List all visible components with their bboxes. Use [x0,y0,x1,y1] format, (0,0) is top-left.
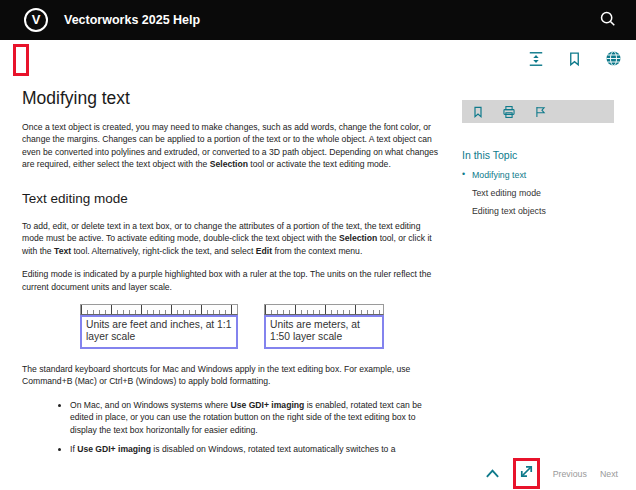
app-title: Vectorworks 2025 Help [64,13,200,27]
annotation-highlight-menu [13,44,29,76]
list-item: On Mac, and on Windows systems where Use… [70,399,442,436]
active-topic-bullet: • [462,169,465,179]
in-this-topic-list: • Modifying text Text editing mode Editi… [462,170,614,216]
topic-link-label: Modifying text [472,170,526,180]
annotation-highlight-expand [513,458,540,489]
search-icon [599,15,616,30]
globe-icon [605,55,622,70]
figure-meters: Units are meters, at 1:50 layer scale [264,304,384,349]
topic-sidebar: In this Topic • Modifying text Text edit… [462,100,614,224]
topic-link-label: Editing text objects [472,206,546,216]
topic-link-editing-text-objects[interactable]: Editing text objects [462,206,614,216]
app-header: V Vectorworks 2025 Help [0,0,636,40]
list-item: If Use GDI+ imaging is disabled on Windo… [70,443,442,455]
intro-paragraph: Once a text object is created, you may n… [22,121,442,171]
search-button[interactable] [595,6,620,34]
page-title: Modifying text [22,88,442,109]
figures-row: Units are feet and inches, at 1:1 layer … [80,304,442,349]
article-content: Modifying text Once a text object is cre… [22,88,442,462]
print-button[interactable] [502,105,516,119]
section-paragraph-3: The standard keyboard shortcuts for Mac … [22,363,442,388]
print-icon [502,107,516,122]
topic-toolbar [528,50,622,67]
scroll-top-button[interactable] [485,468,500,479]
expand-all-button[interactable] [528,51,544,67]
bookmark-topic-button[interactable] [567,51,582,67]
ruler-graphic [264,304,384,315]
bullet-list: On Mac, and on Windows systems where Use… [22,399,442,456]
flag-topic-button[interactable] [534,105,547,119]
previous-link[interactable]: Previous [553,469,587,479]
section-paragraph-2: Editing mode is indicated by a purple hi… [22,268,442,293]
bookmark-icon [567,55,582,70]
flag-icon [534,107,547,122]
figure-caption: Units are meters, at 1:50 layer scale [264,315,384,349]
chevron-up-icon [485,467,500,482]
expand-all-icon [528,55,544,70]
sidebar-bookmark-button[interactable] [472,105,484,119]
section-paragraph-1: To add, edit, or delete text in a text b… [22,220,442,257]
ruler-graphic [80,304,238,315]
topic-link-label: Text editing mode [472,188,541,198]
sidebar-toolbar [462,100,614,123]
figure-caption: Units are feet and inches, at 1:1 layer … [80,315,238,349]
vectorworks-logo-icon: V [24,8,48,32]
in-this-topic-heading: In this Topic [462,149,614,161]
bookmark-icon [472,107,484,122]
footer-controls: Previous Next [485,458,618,489]
topic-link-modifying-text[interactable]: • Modifying text [462,170,614,180]
expand-diagonal-icon [518,468,535,483]
language-button[interactable] [605,50,622,67]
fullscreen-button[interactable] [518,463,535,480]
topic-link-text-editing-mode[interactable]: Text editing mode [462,188,614,198]
next-link[interactable]: Next [600,469,618,479]
navigation-toggle-button[interactable] [20,50,22,70]
figure-feet-inches: Units are feet and inches, at 1:1 layer … [80,304,238,349]
section-title: Text editing mode [22,191,442,206]
